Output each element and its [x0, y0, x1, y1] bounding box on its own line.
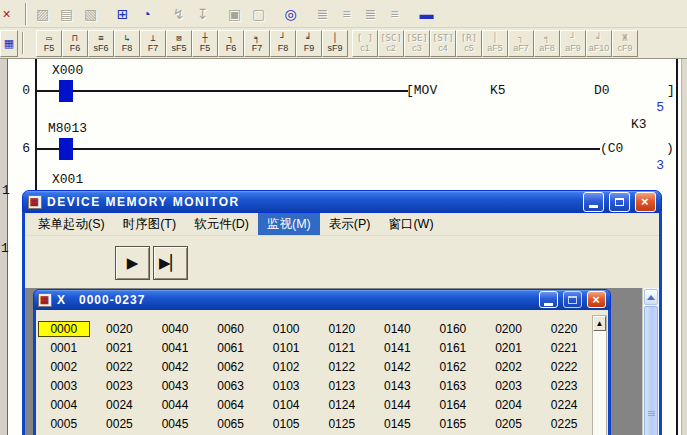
- device-cell[interactable]: 0104: [258, 398, 314, 412]
- ladder-tool-F8[interactable]: ┘F8: [270, 30, 296, 57]
- device-cell[interactable]: 0122: [314, 360, 370, 374]
- ladder-tool-F6[interactable]: ⊓F6: [62, 30, 88, 57]
- device-cell[interactable]: 0145: [370, 417, 426, 431]
- device-cell[interactable]: 0101: [258, 341, 314, 355]
- device-cell[interactable]: 0041: [147, 341, 203, 355]
- device-cell[interactable]: 0221: [536, 341, 592, 355]
- device-cell[interactable]: 0144: [370, 398, 426, 412]
- ladder-tool-F5[interactable]: ▭F5: [36, 30, 62, 57]
- scroll-up-button[interactable]: [644, 289, 658, 305]
- device-minimize-button[interactable]: [539, 291, 558, 308]
- device-cell[interactable]: 0065: [203, 417, 259, 431]
- device-cell[interactable]: 0003: [36, 379, 92, 393]
- ladder-tool-c3[interactable]: [SE]c3: [404, 30, 430, 57]
- device-scroll-up-button[interactable]: ▲: [593, 316, 606, 331]
- device-cell[interactable]: 0022: [92, 360, 148, 374]
- device-cell[interactable]: 0204: [481, 398, 537, 412]
- device-cell[interactable]: 0004: [36, 398, 92, 412]
- device-cell[interactable]: 0123: [314, 379, 370, 393]
- device-close-button[interactable]: ×: [587, 291, 606, 308]
- menu-item-6[interactable]: 窗口(W): [379, 213, 442, 236]
- device-cell[interactable]: 0124: [314, 398, 370, 412]
- device-titlebar[interactable]: ▦ X 0000-0237 ×: [33, 289, 611, 310]
- toolbar-button-flash-write[interactable]: ↯: [167, 2, 190, 25]
- ladder-tool-c4[interactable]: [ST]c4: [430, 30, 456, 57]
- toolbar-button-delete[interactable]: ×: [0, 2, 18, 25]
- ladder-tool-sF5[interactable]: ⊠sF5: [166, 30, 192, 57]
- ladder-tool-sF9[interactable]: │sF9: [322, 30, 348, 57]
- device-cell[interactable]: 0103: [258, 379, 314, 393]
- ladder-tool-cF9[interactable]: ЖcF9: [612, 30, 638, 57]
- toolbar-button-find-monitor[interactable]: ◎: [279, 2, 302, 25]
- device-cell[interactable]: 0200: [481, 322, 537, 336]
- menu-item-5[interactable]: 表示(P): [320, 213, 380, 236]
- toolbar-button-window-tile[interactable]: ▢: [247, 2, 270, 25]
- device-cell[interactable]: 0023: [92, 379, 148, 393]
- device-cell[interactable]: 0062: [203, 360, 259, 374]
- scrollbar-thumb[interactable]: [644, 306, 658, 435]
- device-cell[interactable]: 0164: [425, 398, 481, 412]
- close-button[interactable]: ×: [635, 192, 656, 212]
- ladder-tool-aF10[interactable]: ╛aF10: [586, 30, 612, 57]
- ladder-tool-aF9[interactable]: ┘aF9: [560, 30, 586, 57]
- device-cell[interactable]: 0060: [203, 322, 259, 336]
- toolbar-button-ladder-block-4[interactable]: ≡: [383, 2, 406, 25]
- device-cell[interactable]: 0160: [425, 322, 481, 336]
- device-cell[interactable]: 0044: [147, 398, 203, 412]
- device-cell[interactable]: 0222: [536, 360, 592, 374]
- toolbar-button-window-cascade[interactable]: ▣: [223, 2, 246, 25]
- device-cell[interactable]: 0043: [147, 379, 203, 393]
- device-cell[interactable]: 0061: [203, 341, 259, 355]
- ladder-tool-aF5[interactable]: │aF5: [482, 30, 508, 57]
- toolbar-button-ladder-block-1[interactable]: ≣: [311, 2, 334, 25]
- ladder-tool-partial[interactable]: ▦: [0, 30, 18, 57]
- device-cell[interactable]: 0045: [147, 417, 203, 431]
- ladder-tool-aF8[interactable]: ╕aF8: [534, 30, 560, 57]
- device-cell[interactable]: 0140: [370, 322, 426, 336]
- device-maximize-button[interactable]: [563, 291, 582, 308]
- toolbar-button-ladder-block-2[interactable]: ≡: [335, 2, 358, 25]
- toolbar-button-edit-tool[interactable]: ▨: [31, 2, 54, 25]
- device-cell[interactable]: 0042: [147, 360, 203, 374]
- device-cell[interactable]: 0025: [92, 417, 148, 431]
- device-cell[interactable]: 0040: [147, 322, 203, 336]
- maximize-button[interactable]: [609, 192, 630, 212]
- device-cell[interactable]: 0125: [314, 417, 370, 431]
- device-cell[interactable]: 0141: [370, 341, 426, 355]
- toolbar-button-entry-monitor[interactable]: ▬: [415, 2, 438, 25]
- device-cell[interactable]: 0165: [425, 417, 481, 431]
- ladder-tool-c2[interactable]: [SC]c2: [378, 30, 404, 57]
- device-cell[interactable]: 0203: [481, 379, 537, 393]
- device-cell[interactable]: 0120: [314, 322, 370, 336]
- device-cell[interactable]: 0121: [314, 341, 370, 355]
- menu-item-1[interactable]: 菜单起动(S): [29, 213, 114, 236]
- device-cell[interactable]: 0224: [536, 398, 592, 412]
- device-cell[interactable]: 0220: [536, 322, 592, 336]
- toolbar-button-hatch-tool[interactable]: ▤: [55, 2, 78, 25]
- device-cell[interactable]: 0225: [536, 417, 592, 431]
- ladder-tool-F8[interactable]: ↳F8: [114, 30, 140, 57]
- ladder-tool-F5[interactable]: ┼F5: [192, 30, 218, 57]
- device-cell[interactable]: 0020: [92, 322, 148, 336]
- ladder-tool-aF7[interactable]: ┐aF7: [508, 30, 534, 57]
- toolbar-button-monitor-clock[interactable]: ◔: [135, 2, 158, 25]
- device-cell[interactable]: 0205: [481, 417, 537, 431]
- device-cell[interactable]: 0102: [258, 360, 314, 374]
- ladder-tool-F9[interactable]: ╛F9: [296, 30, 322, 57]
- device-cell[interactable]: 0202: [481, 360, 537, 374]
- device-cell[interactable]: 0005: [36, 417, 92, 431]
- device-cell[interactable]: 0161: [425, 341, 481, 355]
- device-cell[interactable]: 0021: [92, 341, 148, 355]
- toolbar-button-erase-tool[interactable]: ▧: [79, 2, 102, 25]
- device-cell-selected[interactable]: 0000: [36, 321, 92, 337]
- device-cell[interactable]: 0163: [425, 379, 481, 393]
- ladder-tool-c1[interactable]: [ ]c1: [352, 30, 378, 57]
- monitor-start-button[interactable]: ▶: [115, 246, 150, 280]
- ladder-tool-F7[interactable]: ╕F7: [244, 30, 270, 57]
- device-cell[interactable]: 0024: [92, 398, 148, 412]
- ladder-tool-c5[interactable]: [R]c5: [456, 30, 482, 57]
- device-cell[interactable]: 0162: [425, 360, 481, 374]
- monitor-start-to-end-button[interactable]: ▶▏: [153, 246, 188, 280]
- device-cell[interactable]: 0002: [36, 360, 92, 374]
- ladder-scrollbar-strip[interactable]: [681, 59, 687, 435]
